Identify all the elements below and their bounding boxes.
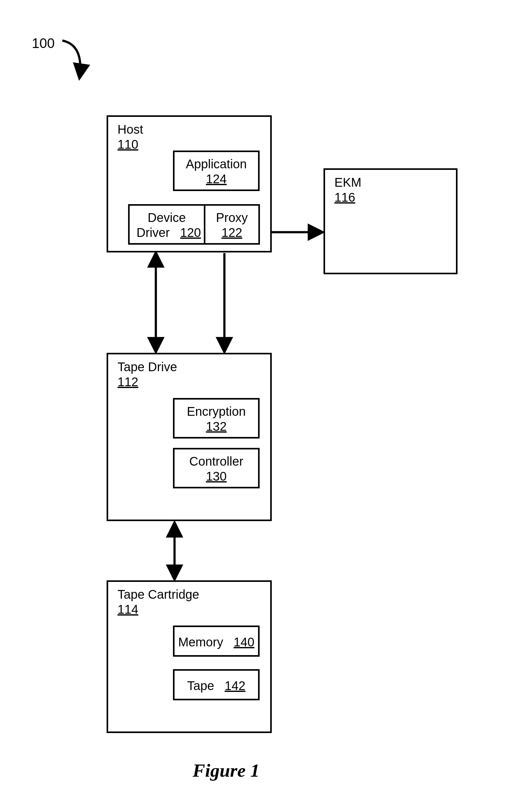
device-driver-title1: Device — [130, 211, 204, 224]
ekm-title: EKM — [335, 175, 362, 189]
ekm-box: EKM 116 — [323, 168, 457, 274]
diagram-page: 100 Host 110 Application 124 Device — [0, 0, 532, 796]
memory-box: Memory 140 — [173, 626, 260, 657]
host-title: Host — [117, 122, 143, 136]
reference-number-label: 100 — [32, 36, 55, 51]
tape-drive-box: Tape Drive 112 Encryption 132 Controller… — [107, 353, 272, 521]
device-driver-title2: Driver 120 — [136, 226, 201, 239]
memory-label: Memory 140 — [174, 635, 258, 649]
figure-caption: Figure 1 — [193, 760, 260, 781]
device-driver-box: Device Driver 120 — [128, 204, 205, 245]
application-title: Application — [174, 157, 258, 171]
proxy-box: Proxy 122 — [204, 204, 260, 245]
proxy-title: Proxy — [205, 211, 258, 224]
tape-label: Tape 142 — [174, 679, 258, 693]
host-number: 110 — [117, 137, 138, 151]
controller-box: Controller 130 — [173, 448, 260, 488]
host-box: Host 110 Application 124 Device Driver 1… — [107, 115, 272, 252]
tape-box: Tape 142 — [173, 669, 260, 700]
ekm-number: 116 — [335, 190, 355, 204]
tape-drive-title: Tape Drive — [117, 360, 177, 374]
encryption-number: 132 — [174, 419, 258, 433]
encryption-box: Encryption 132 — [173, 398, 260, 438]
proxy-number: 122 — [205, 226, 258, 239]
application-box: Application 124 — [173, 151, 260, 191]
controller-number: 130 — [174, 469, 258, 483]
tape-cartridge-number: 114 — [117, 603, 138, 616]
application-number: 124 — [174, 172, 258, 186]
tape-cartridge-box: Tape Cartridge 114 Memory 140 Tape 142 — [107, 580, 272, 733]
controller-title: Controller — [174, 454, 258, 468]
tape-cartridge-title: Tape Cartridge — [117, 587, 199, 601]
encryption-title: Encryption — [174, 404, 258, 418]
tape-drive-number: 112 — [117, 375, 138, 388]
